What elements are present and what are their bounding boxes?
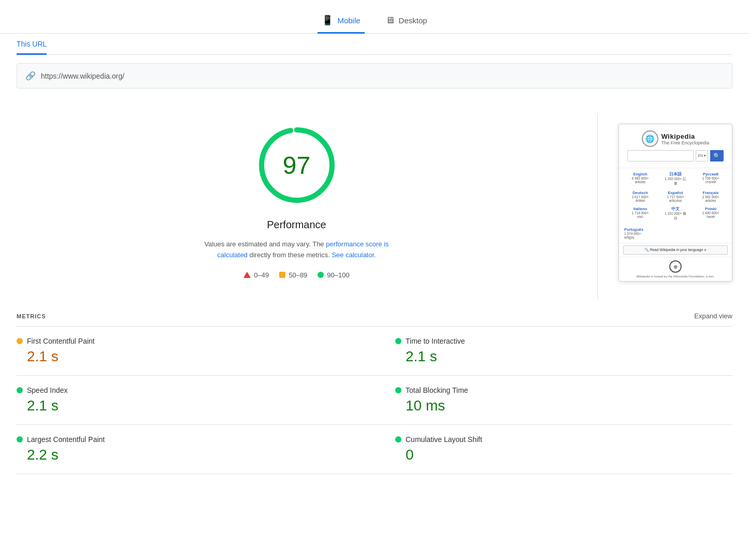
wiki-lang-french: Français 2 382 000+ articles (694, 189, 728, 204)
si-dot (17, 387, 23, 393)
score-legend: 0–49 50–89 90–100 (243, 271, 349, 279)
poor-range: 0–49 (254, 271, 269, 279)
wiki-lang-select[interactable]: EN ▾ (696, 150, 708, 161)
wiki-footer-text: Wikipedia is hosted by the Wikimedia Fou… (636, 275, 714, 278)
wiki-header: 🌐 Wikipedia The Free Encyclopedia EN ▾ 🔍 (619, 124, 732, 168)
wiki-logo-row: 🌐 Wikipedia The Free Encyclopedia (642, 130, 710, 147)
wikipedia-screenshot: 🌐 Wikipedia The Free Encyclopedia EN ▾ 🔍… (618, 124, 732, 282)
this-url-tab[interactable]: This URL (17, 40, 47, 55)
wiki-lang-deutsch: Deutsch 2 617 000+ Artikel (623, 189, 657, 204)
tab-mobile-label: Mobile (337, 16, 360, 25)
metric-si: Speed Index 2.1 s (17, 376, 375, 425)
metric-lcp: Largest Contentful Paint 2.2 s (17, 425, 375, 474)
wiki-lang-japanese: 日本語 1 292 000+ 記 事 (658, 170, 693, 188)
wiki-lang-portugues: Português 1 074 000+ artigos (619, 225, 732, 243)
fcp-label: First Contentful Paint (27, 337, 95, 345)
wiki-read-button[interactable]: 🔍 Read Wikipedia in your language ∨ (623, 245, 728, 255)
url-section: This URL 🔗 https://www.wikipedia.org/ (0, 34, 749, 89)
wiki-title: Wikipedia (661, 132, 710, 140)
cls-dot (395, 436, 401, 443)
tab-desktop[interactable]: 🖥 Desktop (381, 9, 431, 34)
wiki-lang-polish: Polski 1 490 000+ haseł (694, 205, 728, 223)
poor-icon (243, 272, 251, 278)
wiki-subtitle: The Free Encyclopedia (661, 140, 710, 145)
lcp-value: 2.2 s (17, 447, 354, 463)
wiki-title-group: Wikipedia The Free Encyclopedia (661, 132, 710, 145)
wiki-search-row: EN ▾ 🔍 (623, 150, 728, 161)
url-tab-row: This URL (17, 34, 732, 55)
tbt-dot (395, 387, 401, 393)
wiki-lang-spanish: Español 1 717 000+ artículos (658, 189, 693, 204)
tti-label: Time to Interactive (406, 337, 465, 345)
wiki-lang-grid: English 6 383 000+ articles 日本語 1 292 00… (619, 168, 732, 225)
si-label: Speed Index (27, 386, 68, 394)
tab-mobile[interactable]: 📱 Mobile (318, 8, 364, 34)
good-range: 90–100 (327, 271, 349, 279)
performance-score: 97 (283, 151, 310, 180)
url-text: https://www.wikipedia.org/ (41, 72, 124, 80)
wiki-lang-russian: Русский 1 756 000+ статей (694, 170, 728, 188)
legend-item-average: 50–89 (279, 271, 307, 279)
wiki-footer: ⊕ Wikipedia is hosted by the Wikimedia F… (619, 257, 732, 281)
metric-fcp: First Contentful Paint 2.1 s (17, 327, 375, 376)
si-value: 2.1 s (17, 397, 354, 414)
link-icon: 🔗 (25, 71, 36, 81)
tti-dot (395, 338, 401, 344)
tbt-label: Total Blocking Time (406, 386, 468, 394)
tbt-value: 10 ms (395, 397, 732, 414)
calculator-link[interactable]: See calculator. (332, 251, 376, 259)
metric-tti: Time to Interactive 2.1 s (375, 327, 732, 376)
desc-middle: directly from these metrics. (248, 251, 332, 259)
metrics-title: METRICS (17, 313, 46, 319)
cls-value: 0 (395, 447, 732, 463)
wiki-logo: 🌐 (642, 130, 658, 147)
performance-title: Performance (267, 219, 326, 231)
preview-section: 🌐 Wikipedia The Free Encyclopedia EN ▾ 🔍… (618, 113, 732, 292)
wiki-read-row: 🔍 Read Wikipedia in your language ∨ (619, 243, 732, 257)
url-bar: 🔗 https://www.wikipedia.org/ (17, 63, 732, 89)
score-circle: 97 (255, 124, 338, 207)
wiki-lang-italian: Italiano 1 718 000+ voci (623, 205, 657, 223)
performance-description: Values are estimated and may vary. The p… (204, 239, 390, 261)
cls-label: Cumulative Layout Shift (406, 435, 482, 444)
desktop-icon: 🖥 (385, 15, 395, 26)
metric-cls: Cumulative Layout Shift 0 (375, 425, 732, 474)
lcp-dot (17, 436, 23, 443)
wiki-lang-chinese: 中文 1 231 000+ 條 目 (658, 205, 693, 223)
metric-tbt: Total Blocking Time 10 ms (375, 376, 732, 425)
good-icon (318, 272, 324, 278)
legend-item-good: 90–100 (318, 271, 349, 279)
device-tabs: 📱 Mobile 🖥 Desktop (0, 0, 749, 34)
legend-item-poor: 0–49 (243, 271, 269, 279)
metrics-grid: First Contentful Paint 2.1 s Time to Int… (17, 327, 732, 474)
score-section: 97 Performance Values are estimated and … (17, 113, 577, 289)
average-icon (279, 272, 285, 278)
desc-text: Values are estimated and may vary. The (204, 240, 326, 248)
wikimedia-logo: ⊕ (669, 260, 682, 273)
main-content: 97 Performance Values are estimated and … (0, 97, 749, 300)
wiki-lang-english: English 6 383 000+ articles (623, 170, 657, 188)
metrics-section: METRICS Expand view First Contentful Pai… (0, 300, 749, 487)
wiki-search-input[interactable] (627, 150, 694, 161)
expand-view-button[interactable]: Expand view (694, 312, 732, 320)
fcp-value: 2.1 s (17, 348, 354, 365)
wiki-search-button[interactable]: 🔍 (710, 150, 724, 161)
vertical-divider (597, 113, 598, 300)
tab-desktop-label: Desktop (399, 16, 427, 25)
fcp-dot (17, 338, 23, 344)
mobile-icon: 📱 (322, 14, 333, 26)
tti-value: 2.1 s (395, 348, 732, 365)
metrics-header: METRICS Expand view (17, 312, 732, 327)
lcp-label: Largest Contentful Paint (27, 435, 105, 444)
average-range: 50–89 (289, 271, 307, 279)
